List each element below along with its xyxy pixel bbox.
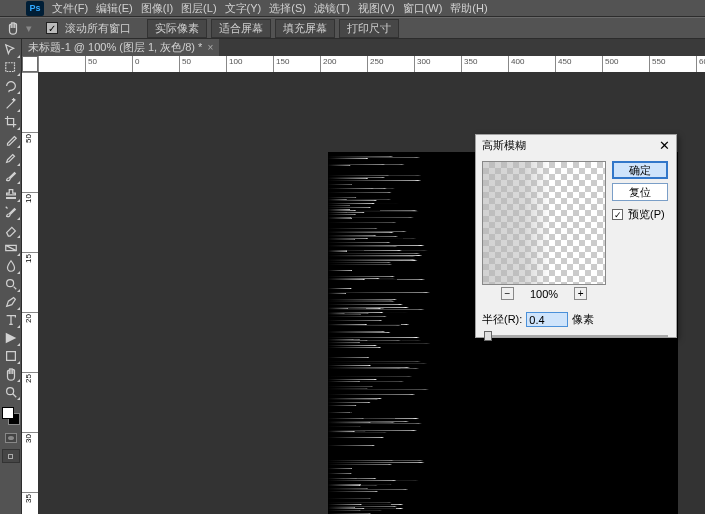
app-logo: Ps (26, 1, 44, 16)
options-bar: ▾ ✓ 滚动所有窗口 实际像素 适合屏幕 填充屏幕 打印尺寸 (0, 17, 705, 39)
svg-rect-0 (5, 63, 14, 72)
radius-label: 半径(R): (482, 312, 522, 327)
zoom-level: 100% (530, 288, 558, 300)
preview-checkbox[interactable]: ✓ 预览(P) (612, 207, 668, 222)
toolbar (0, 39, 22, 514)
filter-preview[interactable] (482, 161, 606, 285)
eraser-tool[interactable] (1, 221, 21, 239)
path-tool[interactable] (1, 329, 21, 347)
zoom-in-button[interactable]: + (574, 287, 587, 300)
move-tool[interactable] (1, 41, 21, 59)
history-brush-tool[interactable] (1, 203, 21, 221)
color-swatches[interactable] (2, 407, 20, 425)
radius-input[interactable] (526, 312, 568, 327)
menu-image[interactable]: 图像(I) (141, 1, 173, 16)
screenmode-button[interactable] (2, 449, 20, 463)
menu-bar: Ps 文件(F) 编辑(E) 图像(I) 图层(L) 文字(Y) 选择(S) 滤… (0, 0, 705, 17)
ruler-vertical[interactable]: 50101520253035 (22, 72, 38, 514)
document-tab[interactable]: 未标题-1 @ 100% (图层 1, 灰色/8) * × (22, 39, 219, 56)
menu-window[interactable]: 窗口(W) (403, 1, 443, 16)
menu-help[interactable]: 帮助(H) (450, 1, 487, 16)
hand-tool[interactable] (1, 365, 21, 383)
ruler-horizontal[interactable]: 50050100150200250300350400450500550600 (38, 56, 705, 72)
crop-tool[interactable] (1, 113, 21, 131)
stamp-tool[interactable] (1, 185, 21, 203)
gaussian-blur-dialog: 高斯模糊 ✕ − 100% + 确定 复位 ✓ 预览(P) 半径(R): 像素 (475, 134, 677, 338)
type-tool[interactable] (1, 311, 21, 329)
quickmask-button[interactable] (2, 431, 20, 445)
document-tab-bar: 未标题-1 @ 100% (图层 1, 灰色/8) * × (22, 39, 705, 56)
fg-color[interactable] (2, 407, 14, 419)
shape-tool[interactable] (1, 347, 21, 365)
zoom-out-button[interactable]: − (501, 287, 514, 300)
dialog-titlebar[interactable]: 高斯模糊 ✕ (476, 135, 676, 155)
menu-edit[interactable]: 编辑(E) (96, 1, 133, 16)
scroll-all-checkbox[interactable]: ✓ (46, 22, 58, 34)
close-icon[interactable]: ✕ (659, 138, 670, 153)
menu-layer[interactable]: 图层(L) (181, 1, 216, 16)
document-tab-label: 未标题-1 @ 100% (图层 1, 灰色/8) * (28, 40, 202, 55)
eyedropper-tool[interactable] (1, 131, 21, 149)
fill-screen-button[interactable]: 填充屏幕 (275, 19, 335, 38)
menu-file[interactable]: 文件(F) (52, 1, 88, 16)
checkbox-icon: ✓ (612, 209, 623, 220)
actual-pixels-button[interactable]: 实际像素 (147, 19, 207, 38)
lasso-tool[interactable] (1, 77, 21, 95)
zoom-tool[interactable] (1, 383, 21, 401)
blur-tool[interactable] (1, 257, 21, 275)
dialog-title: 高斯模糊 (482, 138, 526, 153)
cancel-button[interactable]: 复位 (612, 183, 668, 201)
wand-tool[interactable] (1, 95, 21, 113)
pen-tool[interactable] (1, 293, 21, 311)
hand-icon[interactable] (4, 19, 22, 37)
radius-slider[interactable] (484, 333, 668, 339)
healing-tool[interactable] (1, 149, 21, 167)
ruler-origin[interactable] (22, 56, 38, 72)
svg-rect-3 (6, 352, 15, 361)
print-size-button[interactable]: 打印尺寸 (339, 19, 399, 38)
scroll-all-label: 滚动所有窗口 (65, 21, 131, 36)
brush-tool[interactable] (1, 167, 21, 185)
gradient-tool[interactable] (1, 239, 21, 257)
menu-select[interactable]: 选择(S) (269, 1, 306, 16)
fit-screen-button[interactable]: 适合屏幕 (211, 19, 271, 38)
close-tab-icon[interactable]: × (207, 42, 213, 53)
radius-unit: 像素 (572, 312, 594, 327)
menu-filter[interactable]: 滤镜(T) (314, 1, 350, 16)
ok-button[interactable]: 确定 (612, 161, 668, 179)
svg-point-4 (6, 388, 13, 395)
svg-point-2 (6, 280, 13, 287)
marquee-tool[interactable] (1, 59, 21, 77)
menu-view[interactable]: 视图(V) (358, 1, 395, 16)
dodge-tool[interactable] (1, 275, 21, 293)
menu-type[interactable]: 文字(Y) (225, 1, 262, 16)
preview-label: 预览(P) (628, 207, 665, 222)
